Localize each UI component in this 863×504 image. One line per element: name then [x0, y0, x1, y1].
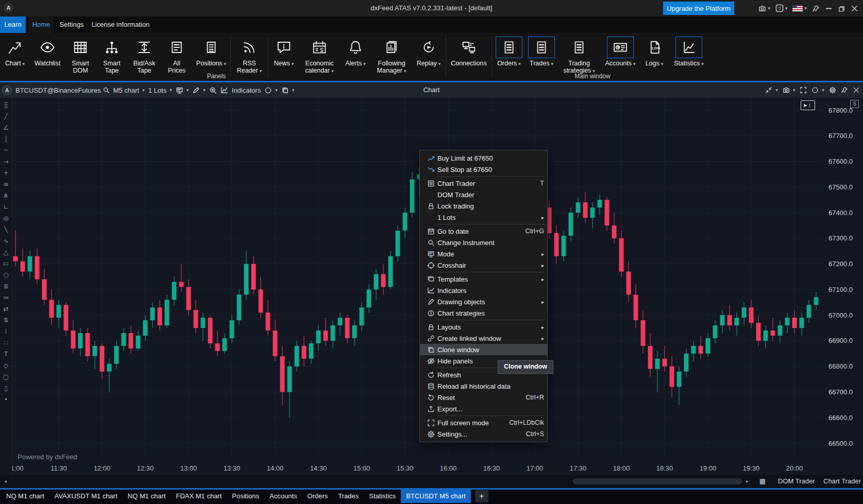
ribbon-item-logs[interactable]: LOGLogs▾ — [640, 36, 669, 67]
context-menu-item-buy-limit[interactable]: Buy Limit at 67650 — [420, 152, 547, 164]
target-tool-icon[interactable]: ◎ — [3, 213, 8, 224]
workspace-tab-fdax-m1-chart[interactable]: FDAX M1 chart — [171, 490, 227, 503]
context-menu-item-mode[interactable]: Mode▸ — [420, 248, 547, 259]
chart-scrollbar-thumb[interactable] — [573, 478, 742, 484]
triangle-tool-icon[interactable]: △ — [4, 247, 8, 258]
workspace-tab-nq-m1-chart[interactable]: NQ M1 chart — [1, 490, 49, 503]
workspace-tab-btcusdt-m5-chart[interactable]: BTCUSDT M5 chart — [401, 490, 470, 503]
menu-tab-home[interactable]: Home — [29, 16, 54, 33]
workspace-tab-trades[interactable]: Trades — [333, 490, 364, 503]
angle-tool-icon[interactable]: ∠ — [3, 122, 9, 133]
add-tab-button[interactable]: + — [475, 490, 488, 502]
context-menu-item-change-instrument[interactable]: Change Instrument — [420, 237, 547, 248]
context-menu-item-sell-stop[interactable]: Sell Stop at 67650 — [420, 164, 547, 175]
dot-tool-icon[interactable]: • — [4, 394, 8, 405]
ribbon-item-economic-calendar[interactable]: $Economiccalendar▾ — [299, 36, 340, 75]
scroll-right-icon[interactable]: ▸ — [746, 475, 749, 488]
context-menu-item-drawing-objects[interactable]: Drawing objects▸ — [420, 296, 547, 307]
ribbon-item-replay[interactable]: Replay▾ — [412, 36, 445, 67]
ribbon-item-statistics[interactable]: Statistics▾ — [669, 36, 709, 67]
workspace-tab-statistics[interactable]: Statistics — [364, 490, 401, 503]
ribbon-item-bidask-tape[interactable]: Bid/AskTape — [128, 36, 161, 74]
wave-tool-icon[interactable]: ∿ — [3, 235, 8, 247]
fullscreen-icon[interactable] — [800, 86, 807, 94]
context-menu-item-crosshair[interactable]: Crosshair▸ — [420, 259, 547, 271]
scroll-left-icon[interactable]: ◂ — [4, 475, 7, 488]
calendar-icon[interactable]: ▦ — [756, 476, 769, 486]
collapse-icon[interactable]: ▾ — [765, 86, 778, 94]
upgrade-platform-button[interactable]: Upgrade the Platform — [663, 2, 734, 15]
screenshot-icon[interactable]: ▾ — [756, 0, 773, 16]
workspace-tab-positions[interactable]: Positions — [227, 490, 264, 503]
grid-tool-icon[interactable]: ∷ — [4, 337, 8, 349]
context-menu-item-go-to-date[interactable]: Go to dateCtrl+G — [420, 225, 547, 237]
vertical-line-tool-icon[interactable]: │ — [4, 133, 8, 145]
context-menu-item-clone-window[interactable]: Clone window — [420, 344, 547, 355]
arrow-tool-icon[interactable]: → — [3, 156, 8, 167]
bar-tool-icon[interactable]: ▯ — [4, 383, 8, 394]
screenshot-icon[interactable]: ▾ — [783, 86, 796, 94]
context-menu-item-lots[interactable]: 1 Lots▸ — [420, 212, 547, 223]
go-to-latest-button[interactable]: ▶❘ — [801, 100, 815, 110]
menu-tab-learn[interactable]: Learn — [0, 16, 26, 33]
menu-tab-license-information[interactable]: License information — [90, 16, 151, 33]
context-menu-item-layouts[interactable]: Layouts▸ — [420, 321, 547, 333]
ribbon-item-rss-reader[interactable]: RSSReader▾ — [231, 36, 267, 75]
close-icon[interactable] — [848, 0, 861, 16]
context-menu-item-settings[interactable]: Settings...Ctrl+S — [420, 428, 547, 440]
context-menu-item-dom-trader[interactable]: DOM Trader — [420, 189, 547, 200]
ribbon-item-following-manager[interactable]: FollowingManager▾ — [371, 36, 412, 75]
context-menu-item-chart-strategies[interactable]: Chart strategies — [420, 307, 547, 319]
ellipse-tool-icon[interactable]: ○ — [3, 269, 8, 281]
trend-line-tool-icon[interactable]: ╲ — [4, 224, 8, 235]
drag-handle-icon[interactable]: ⣿ — [4, 99, 8, 111]
ribbon-item-smart-dom[interactable]: SmartDOM — [65, 36, 96, 74]
horizontal-line-tool-icon[interactable]: ─ — [4, 145, 8, 156]
pin-icon[interactable] — [841, 86, 848, 94]
ribbon-item-watchlist[interactable]: Watchlist — [30, 36, 65, 67]
ribbon-item-trades[interactable]: Trades▾ — [526, 36, 557, 67]
context-menu-item-indicators[interactable]: Indicators — [420, 285, 547, 296]
pitchfork-tool-icon[interactable]: ⋔ — [3, 190, 8, 201]
ribbon-item-smart-tape[interactable]: SmartTape — [96, 36, 128, 74]
close-icon[interactable] — [853, 86, 860, 94]
minimize-icon[interactable] — [822, 0, 835, 16]
swap-tool-icon[interactable]: ⇄ — [3, 303, 8, 315]
workspace-tab-avaxusdt-m1-chart[interactable]: AVAXUSDT M1 chart — [49, 490, 123, 503]
settings-icon[interactable] — [829, 86, 836, 94]
restore-icon[interactable] — [835, 0, 848, 16]
chart-trader-button[interactable]: Chart Trader — [823, 475, 861, 488]
cross-tool-icon[interactable]: + — [3, 167, 8, 179]
crosshair-style-icon[interactable]: ▾ — [811, 86, 824, 94]
ribbon-item-alerts[interactable]: Alerts▾ — [340, 36, 371, 67]
context-menu-item-reload-historical[interactable]: Reload all historical data — [420, 380, 547, 392]
pencil-tool-icon[interactable]: ╱ — [4, 111, 8, 122]
ribbon-item-connections[interactable]: Connections — [447, 36, 491, 67]
levels-tool-icon[interactable]: ≡ — [3, 179, 8, 190]
help-icon[interactable]: ?▾ — [773, 0, 790, 16]
context-menu-item-create-linked-window[interactable]: Create linked window▸ — [420, 333, 547, 344]
rectangle-tool-icon[interactable]: ▭ — [3, 258, 9, 269]
ribbon-item-all-prices[interactable]: AllPrices — [161, 36, 193, 74]
menu-tab-settings[interactable]: Settings — [56, 16, 88, 33]
list-tool-icon[interactable]: ≣ — [3, 281, 8, 292]
ribbon-item-trading-strategies[interactable]: Tradingstrategies▾ — [557, 36, 601, 75]
ribbon-item-orders[interactable]: Orders▾ — [493, 36, 526, 67]
language[interactable]: ▾ — [790, 0, 809, 16]
ribbon-item-accounts[interactable]: Accounts▾ — [601, 36, 640, 67]
rounded-rect-tool-icon[interactable]: ▢ — [3, 371, 9, 383]
workspace-tab-accounts[interactable]: Accounts — [264, 490, 302, 503]
workspace-tab-orders[interactable]: Orders — [302, 490, 333, 503]
workspace-tab-nq-m1-chart[interactable]: NQ M1 chart — [123, 490, 171, 503]
updown-tool-icon[interactable]: ⇅ — [3, 315, 8, 326]
context-menu-item-reset[interactable]: ResetCtrl+R — [420, 392, 547, 403]
corner-tool-icon[interactable]: ∟ — [3, 201, 8, 213]
text-tool-icon[interactable]: T — [4, 349, 8, 360]
dots-tool-icon[interactable]: ⁞ — [5, 326, 7, 337]
tag-tool-icon[interactable]: ◇ — [4, 360, 8, 371]
context-menu-item-lock-trading[interactable]: Lock trading — [420, 200, 547, 212]
context-menu-item-export[interactable]: Export... — [420, 403, 547, 414]
ribbon-item-news[interactable]: News▾ — [269, 36, 299, 67]
dom-trader-button[interactable]: DOM Trader — [778, 475, 815, 488]
ribbon-item-positions[interactable]: Positions▾ — [193, 36, 230, 67]
